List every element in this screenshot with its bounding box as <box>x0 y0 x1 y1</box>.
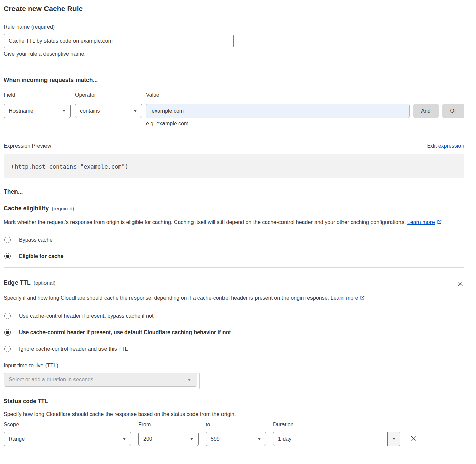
chevron-down-icon <box>258 438 261 440</box>
match-section: When incoming requests match... Field Ho… <box>4 77 464 178</box>
edge-ttl-description-text: Specify if and how long Cloudflare shoul… <box>4 295 329 301</box>
edge-ttl-close-button[interactable] <box>456 280 464 289</box>
to-select-value: 599 <box>211 436 258 442</box>
from-select[interactable]: 200 <box>138 432 199 446</box>
edge-ttl-title-group: Edge TTL (optional) <box>4 279 55 286</box>
focus-edge-highlight <box>199 373 200 389</box>
field-column: Field Hostname <box>4 92 71 118</box>
radio-unselected-icon[interactable] <box>4 313 11 319</box>
to-select[interactable]: 599 <box>206 432 266 446</box>
expression-code: (http.host contains "example.com") <box>11 163 128 170</box>
cache-eligibility-section: Cache eligibility (required) Mark whethe… <box>4 205 464 259</box>
rule-name-label: Rule name (required) <box>4 24 464 30</box>
expression-preview-label: Expression Preview <box>4 143 51 149</box>
expression-code-block: (http.host contains "example.com") <box>4 154 464 178</box>
duration-select-arrow[interactable] <box>387 432 400 446</box>
edge-ttl-option-ignore-label: Ignore cache-control header and use this… <box>19 346 128 352</box>
learn-more-label: Learn more <box>331 295 358 301</box>
chevron-down-icon <box>133 110 137 112</box>
chevron-down-icon <box>392 438 396 440</box>
operator-column: Operator contains <box>75 92 142 118</box>
close-icon <box>410 438 417 443</box>
learn-more-link[interactable]: Learn more <box>331 295 365 301</box>
section-divider <box>4 267 464 268</box>
match-condition-row: Field Hostname Operator contains Value e… <box>4 92 464 127</box>
scope-label: Scope <box>4 422 131 428</box>
radio-unselected-icon[interactable] <box>4 237 11 243</box>
edge-ttl-optional-tag: (optional) <box>34 280 56 286</box>
edge-ttl-section: Edge TTL (optional) Specify if and how l… <box>4 279 464 446</box>
learn-more-link[interactable]: Learn more <box>407 219 442 225</box>
edit-expression-link[interactable]: Edit expression <box>427 143 464 149</box>
radio-selected-icon[interactable] <box>4 253 11 259</box>
field-label: Field <box>4 92 71 98</box>
rule-name-help: Give your rule a descriptive name. <box>4 51 464 57</box>
bypass-cache-label: Bypass cache <box>19 237 53 243</box>
cache-eligibility-title: Cache eligibility <box>4 205 49 212</box>
cache-eligibility-header: Cache eligibility (required) <box>4 205 464 212</box>
value-input[interactable] <box>146 104 410 118</box>
bypass-cache-option[interactable]: Bypass cache <box>4 237 464 243</box>
ttl-duration-select[interactable]: Select or add a duration in seconds <box>4 373 197 387</box>
status-code-ttl-description: Specify how long Cloudflare should cache… <box>4 411 464 417</box>
scope-select-value: Range <box>9 436 123 442</box>
expression-header: Expression Preview Edit expression <box>4 143 464 149</box>
edge-ttl-option-ignore[interactable]: Ignore cache-control header and use this… <box>4 346 464 352</box>
radio-unselected-icon[interactable] <box>4 346 11 352</box>
edge-ttl-description: Specify if and how long Cloudflare shoul… <box>4 293 376 303</box>
section-divider <box>4 67 464 67</box>
external-link-icon <box>437 218 442 228</box>
ttl-select-arrow[interactable] <box>182 373 197 386</box>
and-button[interactable]: And <box>413 104 439 118</box>
operator-select-value: contains <box>80 108 133 114</box>
edge-ttl-header: Edge TTL (optional) <box>4 279 464 289</box>
status-code-labels-row: Scope From to Duration <box>4 422 464 432</box>
value-label: Value <box>146 92 410 98</box>
ttl-input-label: Input time-to-live (TTL) <box>4 362 464 369</box>
from-label: From <box>138 422 199 428</box>
status-code-controls-row: Range 200 599 1 day <box>4 432 464 446</box>
rule-name-section: Rule name (required) Give your rule a de… <box>4 24 464 57</box>
to-label: to <box>206 422 266 428</box>
duration-select-value: 1 day <box>273 432 387 446</box>
ttl-input-row: Select or add a duration in seconds <box>4 373 464 389</box>
chevron-down-icon <box>123 438 126 440</box>
eligible-for-cache-option[interactable]: Eligible for cache <box>4 253 464 259</box>
from-select-value: 200 <box>143 436 190 442</box>
close-icon <box>457 283 464 288</box>
operator-label: Operator <box>75 92 142 98</box>
page-title: Create new Cache Rule <box>4 5 464 13</box>
delete-status-ttl-button[interactable] <box>409 434 418 444</box>
condition-buttons: And Or <box>413 104 464 118</box>
eligible-for-cache-label: Eligible for cache <box>19 253 63 259</box>
chevron-down-icon <box>62 110 66 112</box>
scope-select[interactable]: Range <box>4 432 131 446</box>
cache-eligibility-description-text: Mark whether the request’s response from… <box>4 219 406 225</box>
edge-ttl-title: Edge TTL <box>4 279 31 286</box>
status-code-ttl-title: Status code TTL <box>4 398 464 405</box>
edge-ttl-option-default[interactable]: Use cache-control header if present, use… <box>4 329 464 336</box>
field-select[interactable]: Hostname <box>4 104 71 118</box>
edge-ttl-option-default-label: Use cache-control header if present, use… <box>19 329 231 336</box>
chevron-down-icon <box>190 438 194 440</box>
duration-select[interactable]: 1 day <box>273 432 400 446</box>
value-help: e.g. example.com <box>146 121 410 127</box>
operator-select[interactable]: contains <box>75 104 142 118</box>
cache-eligibility-required-tag: (required) <box>52 206 74 212</box>
or-button[interactable]: Or <box>442 104 464 118</box>
field-select-value: Hostname <box>9 108 62 114</box>
value-column: Value e.g. example.com <box>146 92 410 127</box>
status-code-ttl-section: Status code TTL Specify how long Cloudfl… <box>4 398 464 446</box>
ttl-select-placeholder: Select or add a duration in seconds <box>4 373 182 386</box>
edge-ttl-option-bypass-label: Use cache-control header if present, byp… <box>19 313 153 319</box>
then-heading: Then... <box>4 188 464 195</box>
external-link-icon <box>360 294 365 303</box>
create-cache-rule-page: Create new Cache Rule Rule name (require… <box>0 0 476 456</box>
radio-selected-icon[interactable] <box>4 329 11 336</box>
duration-label: Duration <box>273 422 400 428</box>
match-heading: When incoming requests match... <box>4 77 464 84</box>
edge-ttl-option-bypass[interactable]: Use cache-control header if present, byp… <box>4 313 464 319</box>
cache-eligibility-description: Mark whether the request’s response from… <box>4 218 457 228</box>
rule-name-input[interactable] <box>4 34 234 48</box>
learn-more-label: Learn more <box>407 219 435 225</box>
